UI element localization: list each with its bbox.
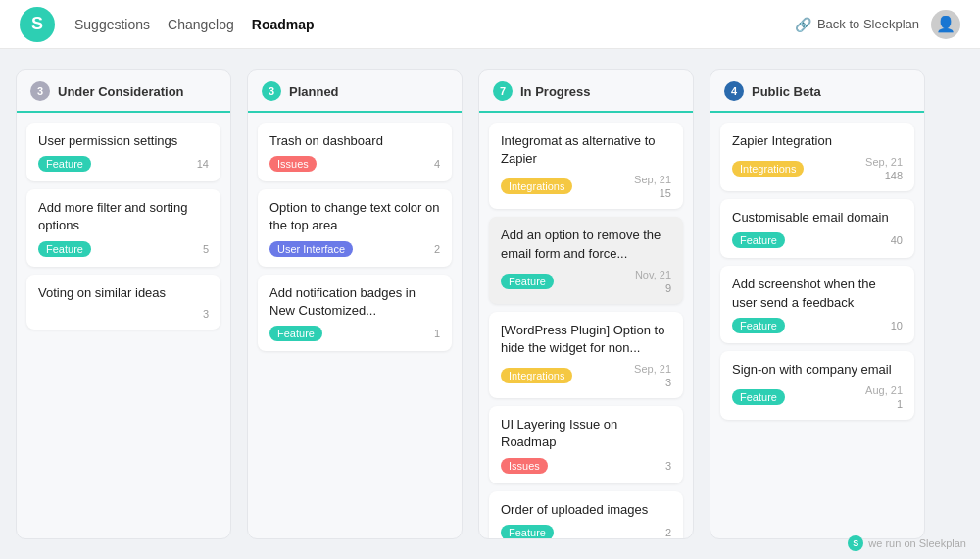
card-count: 148	[885, 170, 903, 181]
card-title: Option to change text color on the top a…	[270, 199, 440, 234]
card-title: Zapier Integration	[732, 132, 903, 150]
column-title-planned: Planned	[289, 84, 339, 99]
card-tags: Issues	[270, 156, 317, 172]
card-footer: Feature5	[38, 241, 209, 257]
card-count: 4	[434, 158, 440, 170]
list-item[interactable]: Integromat as alternative to ZapierInteg…	[489, 123, 683, 209]
card-tag: Feature	[270, 326, 322, 341]
card-title: Add screenshot when the user send a feed…	[732, 276, 903, 311]
card-title: Add notification badges in New Customize…	[270, 284, 440, 320]
card-tags: Feature	[501, 274, 554, 289]
card-tags: User Interface	[270, 241, 353, 257]
card-meta: Aug, 21	[865, 384, 903, 396]
card-count: 2	[434, 243, 440, 255]
card-meta: Sep, 21	[634, 174, 671, 185]
footer-label: we run on Sleekplan	[868, 537, 966, 549]
card-title: Integromat as alternative to Zapier	[501, 132, 671, 168]
card-tags: Integrations	[732, 161, 804, 177]
avatar[interactable]: 👤	[931, 10, 960, 39]
card-footer: IntegrationsSep, 2115	[501, 174, 671, 199]
list-item[interactable]: Order of uploaded imagesFeature2	[489, 491, 683, 539]
card-footer: Issues3	[501, 458, 671, 474]
card-tag: Feature	[501, 525, 554, 538]
card-footer: IntegrationsSep, 21148	[732, 156, 903, 181]
card-title: User permission settings	[38, 132, 209, 150]
card-title: Voting on similar ideas	[38, 284, 209, 302]
list-item[interactable]: [WordPress Plugin] Option to hide the wi…	[489, 312, 683, 398]
list-item[interactable]: Add an option to remove the email form a…	[489, 217, 683, 303]
card-tag: Feature	[732, 232, 785, 248]
card-tags: Feature	[501, 525, 554, 538]
card-tags: Feature	[732, 318, 785, 333]
column-badge-public-beta: 4	[724, 81, 744, 101]
card-count: 40	[891, 234, 903, 246]
column-badge-in-progress: 7	[493, 81, 513, 101]
card-footer: FeatureAug, 211	[732, 384, 903, 410]
card-footer: User Interface2	[270, 241, 440, 257]
column-body-public-beta: Zapier IntegrationIntegrationsSep, 21148…	[710, 113, 924, 538]
card-count: 5	[203, 243, 209, 255]
card-title: UI Layering Issue on Roadmap	[501, 416, 671, 451]
nav-suggestions[interactable]: Suggestions	[74, 17, 150, 32]
list-item[interactable]: Voting on similar ideas3	[26, 275, 220, 330]
card-count: 3	[665, 460, 671, 472]
list-item[interactable]: Customisable email domainFeature40	[720, 199, 914, 258]
card-tag: Integrations	[501, 178, 572, 194]
list-item[interactable]: UI Layering Issue on RoadmapIssues3	[489, 406, 683, 483]
card-tags: Feature	[38, 241, 91, 257]
column-header-in-progress: 7In Progress	[479, 70, 693, 113]
card-tags: Feature	[732, 232, 785, 248]
list-item[interactable]: Add more filter and sorting optionsFeatu…	[26, 189, 220, 266]
header: S Suggestions Changelog Roadmap 🔗 Back t…	[0, 0, 980, 49]
list-item[interactable]: Option to change text color on the top a…	[258, 189, 452, 266]
card-title: [WordPress Plugin] Option to hide the wi…	[501, 322, 671, 357]
card-tag: Feature	[38, 156, 91, 172]
back-label: Back to Sleekplan	[817, 17, 919, 31]
card-footer: 3	[38, 308, 209, 320]
card-title: Customisable email domain	[732, 209, 903, 227]
card-count: 3	[203, 308, 209, 320]
card-title: Add an option to remove the email form a…	[501, 227, 671, 262]
card-tag: Feature	[732, 318, 785, 333]
card-meta: Sep, 21	[634, 363, 671, 375]
back-to-sleekplan-link[interactable]: 🔗 Back to Sleekplan	[795, 17, 919, 32]
nav-changelog[interactable]: Changelog	[168, 17, 234, 32]
card-count: 1	[434, 328, 440, 339]
list-item[interactable]: Add screenshot when the user send a feed…	[720, 266, 914, 342]
card-tag: Issues	[270, 156, 317, 172]
card-footer: Feature40	[732, 232, 903, 248]
card-footer: Feature1	[270, 326, 440, 341]
footer-brand: S we run on Sleekplan	[848, 535, 966, 551]
logo[interactable]: S	[20, 7, 55, 42]
card-tag: Feature	[732, 389, 785, 405]
card-title: Trash on dashboard	[270, 132, 440, 150]
column-header-planned: 3Planned	[248, 70, 462, 113]
card-count: 14	[197, 158, 209, 170]
card-tag: Integrations	[501, 368, 572, 383]
header-right: 🔗 Back to Sleekplan 👤	[795, 10, 960, 39]
card-count: 15	[660, 187, 671, 199]
column-header-public-beta: 4Public Beta	[710, 70, 924, 113]
footer-logo: S	[848, 535, 863, 551]
card-tag: Feature	[38, 241, 91, 257]
card-tags: Integrations	[501, 368, 572, 383]
list-item[interactable]: Sign-on with company emailFeatureAug, 21…	[720, 351, 914, 420]
link-icon: 🔗	[795, 17, 811, 32]
card-meta: Nov, 21	[635, 269, 671, 280]
column-body-planned: Trash on dashboardIssues4Option to chang…	[248, 113, 462, 538]
column-in-progress: 7In ProgressIntegromat as alternative to…	[478, 69, 694, 539]
card-count: 10	[891, 320, 903, 331]
card-footer: Feature14	[38, 156, 209, 172]
nav-roadmap[interactable]: Roadmap	[252, 17, 315, 32]
card-count: 1	[897, 398, 903, 410]
list-item[interactable]: Add notification badges in New Customize…	[258, 275, 452, 351]
nav: Suggestions Changelog Roadmap	[74, 17, 315, 32]
card-footer: Issues4	[270, 156, 440, 172]
card-tag: Integrations	[732, 161, 804, 177]
list-item[interactable]: Zapier IntegrationIntegrationsSep, 21148	[720, 123, 914, 191]
list-item[interactable]: User permission settingsFeature14	[26, 123, 220, 181]
column-header-under-consideration: 3Under Consideration	[17, 70, 230, 113]
card-title: Order of uploaded images	[501, 501, 671, 519]
list-item[interactable]: Trash on dashboardIssues4	[258, 123, 452, 181]
card-meta: Sep, 21	[865, 156, 903, 168]
